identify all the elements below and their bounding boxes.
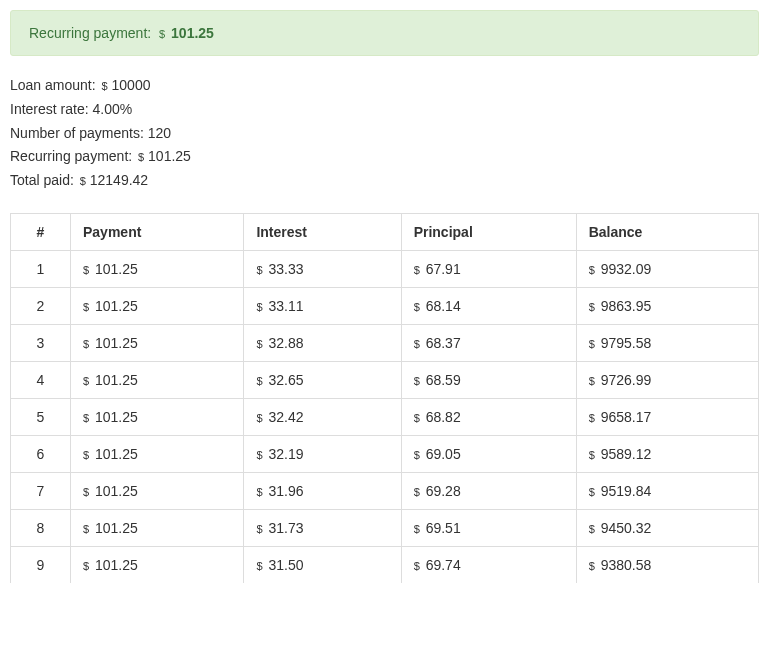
num-payments-value: 120 (148, 125, 171, 141)
currency-symbol: $ (256, 264, 262, 276)
currency-symbol: $ (414, 523, 420, 535)
cell-balance: $ 9589.12 (576, 435, 758, 472)
cell-payment: $ 101.25 (71, 509, 244, 546)
cell-number: 9 (11, 546, 71, 583)
recurring-label: Recurring payment: (10, 148, 132, 164)
cell-number: 6 (11, 435, 71, 472)
cell-value: 101.25 (91, 520, 138, 536)
banner-currency: $ (159, 28, 165, 40)
cell-number: 8 (11, 509, 71, 546)
currency-symbol: $ (83, 301, 89, 313)
currency-symbol: $ (256, 338, 262, 350)
banner-value: 101.25 (171, 25, 214, 41)
cell-number: 1 (11, 250, 71, 287)
cell-value: 9380.58 (597, 557, 652, 573)
cell-number: 3 (11, 324, 71, 361)
cell-value: 9795.58 (597, 335, 652, 351)
cell-value: 9589.12 (597, 446, 652, 462)
currency-symbol: $ (83, 560, 89, 572)
loan-amount-value: 10000 (112, 77, 151, 93)
currency-symbol: $ (589, 523, 595, 535)
cell-principal: $ 68.59 (401, 361, 576, 398)
cell-payment: $ 101.25 (71, 546, 244, 583)
cell-number: 5 (11, 398, 71, 435)
cell-balance: $ 9658.17 (576, 398, 758, 435)
amortization-table: # Payment Interest Principal Balance 1$ … (10, 213, 759, 583)
summary-num-payments: Number of payments: 120 (10, 122, 759, 146)
cell-value: 9726.99 (597, 372, 652, 388)
cell-value: 101.25 (91, 372, 138, 388)
cell-principal: $ 69.74 (401, 546, 576, 583)
cell-principal: $ 68.82 (401, 398, 576, 435)
cell-value: 101.25 (91, 261, 138, 277)
interest-rate-label: Interest rate: (10, 101, 89, 117)
cell-balance: $ 9795.58 (576, 324, 758, 361)
summary-loan-amount: Loan amount: $ 10000 (10, 74, 759, 98)
cell-payment: $ 101.25 (71, 324, 244, 361)
cell-principal: $ 69.05 (401, 435, 576, 472)
currency-symbol: $ (414, 264, 420, 276)
currency-symbol: $ (414, 301, 420, 313)
cell-value: 101.25 (91, 335, 138, 351)
recurring-value: 101.25 (148, 148, 191, 164)
currency-symbol: $ (414, 338, 420, 350)
currency-symbol: $ (589, 486, 595, 498)
currency-symbol: $ (414, 412, 420, 424)
currency-symbol: $ (83, 375, 89, 387)
cell-value: 31.50 (265, 557, 304, 573)
recurring-currency: $ (138, 151, 144, 163)
cell-value: 9863.95 (597, 298, 652, 314)
currency-symbol: $ (589, 338, 595, 350)
cell-interest: $ 32.88 (244, 324, 401, 361)
cell-value: 9932.09 (597, 261, 652, 277)
cell-value: 101.25 (91, 557, 138, 573)
cell-payment: $ 101.25 (71, 435, 244, 472)
cell-value: 68.82 (422, 409, 461, 425)
cell-value: 101.25 (91, 409, 138, 425)
currency-symbol: $ (256, 375, 262, 387)
cell-balance: $ 9932.09 (576, 250, 758, 287)
currency-symbol: $ (414, 486, 420, 498)
currency-symbol: $ (256, 301, 262, 313)
cell-interest: $ 32.65 (244, 361, 401, 398)
cell-principal: $ 69.51 (401, 509, 576, 546)
total-paid-currency: $ (80, 175, 86, 187)
header-principal: Principal (401, 213, 576, 250)
currency-symbol: $ (589, 449, 595, 461)
cell-value: 101.25 (91, 483, 138, 499)
cell-balance: $ 9863.95 (576, 287, 758, 324)
currency-symbol: $ (414, 560, 420, 572)
cell-payment: $ 101.25 (71, 398, 244, 435)
currency-symbol: $ (256, 486, 262, 498)
cell-payment: $ 101.25 (71, 361, 244, 398)
table-row: 3$ 101.25$ 32.88$ 68.37$ 9795.58 (11, 324, 759, 361)
cell-interest: $ 33.33 (244, 250, 401, 287)
cell-value: 9450.32 (597, 520, 652, 536)
cell-value: 68.37 (422, 335, 461, 351)
currency-symbol: $ (83, 523, 89, 535)
cell-principal: $ 67.91 (401, 250, 576, 287)
header-interest: Interest (244, 213, 401, 250)
recurring-payment-banner: Recurring payment: $ 101.25 (10, 10, 759, 56)
num-payments-label: Number of payments: (10, 125, 144, 141)
cell-number: 7 (11, 472, 71, 509)
cell-value: 32.88 (265, 335, 304, 351)
cell-interest: $ 31.96 (244, 472, 401, 509)
cell-number: 4 (11, 361, 71, 398)
cell-value: 69.28 (422, 483, 461, 499)
cell-value: 9519.84 (597, 483, 652, 499)
cell-principal: $ 68.14 (401, 287, 576, 324)
table-row: 4$ 101.25$ 32.65$ 68.59$ 9726.99 (11, 361, 759, 398)
cell-value: 67.91 (422, 261, 461, 277)
loan-amount-label: Loan amount: (10, 77, 96, 93)
header-balance: Balance (576, 213, 758, 250)
cell-balance: $ 9519.84 (576, 472, 758, 509)
cell-balance: $ 9380.58 (576, 546, 758, 583)
cell-value: 69.74 (422, 557, 461, 573)
header-number: # (11, 213, 71, 250)
cell-value: 33.33 (265, 261, 304, 277)
currency-symbol: $ (83, 449, 89, 461)
currency-symbol: $ (256, 449, 262, 461)
currency-symbol: $ (589, 412, 595, 424)
currency-symbol: $ (589, 264, 595, 276)
